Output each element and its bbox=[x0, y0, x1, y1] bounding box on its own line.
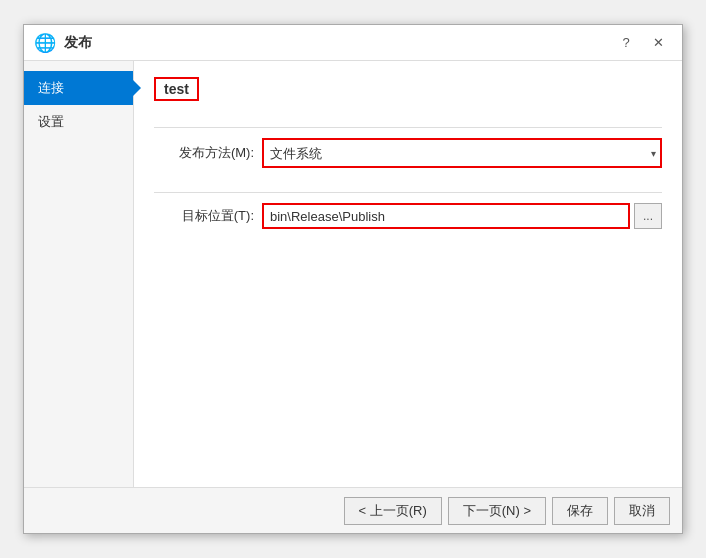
target-location-control: ... bbox=[262, 203, 662, 229]
profile-name: test bbox=[154, 77, 199, 101]
content-spacer bbox=[154, 243, 662, 471]
publish-dialog: 🌐 发布 ? ✕ 连接 设置 test 发布方法(M): bbox=[23, 24, 683, 534]
target-location-input[interactable] bbox=[262, 203, 630, 229]
help-button[interactable]: ? bbox=[612, 32, 640, 54]
profile-name-label: test bbox=[154, 77, 662, 117]
publish-icon: 🌐 bbox=[34, 32, 56, 54]
content-area: test 发布方法(M): 文件系统 ▾ 目标位置(T): bbox=[134, 61, 682, 487]
save-button[interactable]: 保存 bbox=[552, 497, 608, 525]
target-location-label: 目标位置(T): bbox=[154, 207, 254, 225]
title-bar-controls: ? ✕ bbox=[612, 32, 672, 54]
divider-top bbox=[154, 127, 662, 128]
sidebar-item-settings[interactable]: 设置 bbox=[24, 105, 133, 139]
target-location-row: 目标位置(T): ... bbox=[154, 203, 662, 229]
publish-method-row: 发布方法(M): 文件系统 ▾ bbox=[154, 138, 662, 168]
publish-method-select-wrapper: 文件系统 ▾ bbox=[262, 138, 662, 168]
close-button[interactable]: ✕ bbox=[644, 32, 672, 54]
dialog-body: 连接 设置 test 发布方法(M): 文件系统 ▾ bbox=[24, 61, 682, 487]
footer: < 上一页(R) 下一页(N) > 保存 取消 bbox=[24, 487, 682, 533]
title-bar-left: 🌐 发布 bbox=[34, 32, 92, 54]
title-bar: 🌐 发布 ? ✕ bbox=[24, 25, 682, 61]
sidebar: 连接 设置 bbox=[24, 61, 134, 487]
publish-method-label: 发布方法(M): bbox=[154, 144, 254, 162]
browse-button[interactable]: ... bbox=[634, 203, 662, 229]
next-button[interactable]: 下一页(N) > bbox=[448, 497, 546, 525]
cancel-button[interactable]: 取消 bbox=[614, 497, 670, 525]
sidebar-item-connect[interactable]: 连接 bbox=[24, 71, 133, 105]
publish-method-control: 文件系统 ▾ bbox=[262, 138, 662, 168]
prev-button[interactable]: < 上一页(R) bbox=[344, 497, 442, 525]
divider-middle bbox=[154, 192, 662, 193]
dialog-title: 发布 bbox=[64, 34, 92, 52]
publish-method-select[interactable]: 文件系统 bbox=[264, 140, 660, 166]
